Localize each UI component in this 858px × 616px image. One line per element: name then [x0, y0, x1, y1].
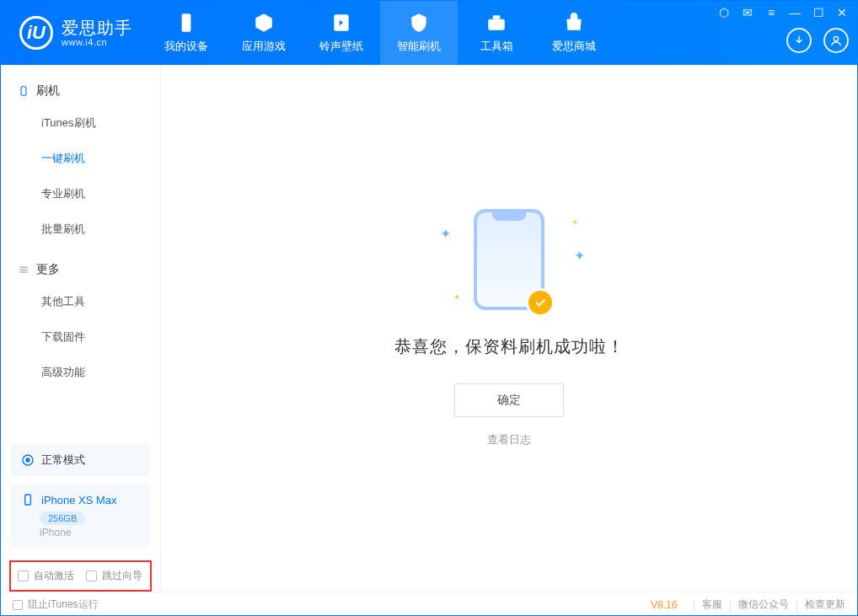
device-card[interactable]: iPhone XS Max 256GB iPhone	[11, 485, 150, 547]
sidebar-section-more: 更多	[1, 255, 160, 284]
menu-icon[interactable]: ≡	[764, 6, 778, 19]
ok-button[interactable]: 确定	[454, 383, 564, 417]
success-illustration: ✦✦ ✦✦	[474, 209, 544, 310]
download-icon[interactable]	[786, 28, 812, 53]
logo-icon: iU	[19, 16, 53, 50]
window-controls: ⬡ ✉ ≡ — ☐ ✕	[717, 6, 849, 19]
app-title: 爱思助手	[62, 19, 132, 37]
device-type: iPhone	[40, 527, 140, 538]
feedback-icon[interactable]: ✉	[741, 6, 754, 19]
sidebar-item-advanced[interactable]: 高级功能	[1, 355, 160, 390]
checkbox-icon	[13, 600, 23, 610]
tab-label: 我的设备	[164, 39, 208, 54]
sidebar-item-itunes-flash[interactable]: iTunes刷机	[1, 105, 160, 141]
tab-smart-flash[interactable]: 智能刷机	[380, 1, 458, 65]
svg-point-4	[834, 36, 838, 40]
tab-apps-games[interactable]: 应用游戏	[225, 1, 303, 65]
tab-label: 应用游戏	[242, 39, 286, 54]
mode-card[interactable]: 正常模式	[11, 444, 150, 476]
checkbox-auto-activate[interactable]: 自动激活	[18, 569, 74, 583]
tab-label: 铃声壁纸	[319, 39, 363, 54]
device-name: iPhone XS Max	[41, 494, 117, 506]
checkbox-skip-guide[interactable]: 跳过向导	[86, 569, 142, 583]
sidebar-item-download-firmware[interactable]: 下载固件	[1, 319, 160, 355]
sidebar-item-other-tools[interactable]: 其他工具	[1, 284, 160, 319]
close-icon[interactable]: ✕	[835, 6, 849, 19]
minimize-icon[interactable]: —	[788, 6, 802, 19]
maximize-icon[interactable]: ☐	[812, 6, 825, 19]
tab-label: 智能刷机	[397, 39, 441, 54]
device-storage: 256GB	[40, 512, 85, 525]
checkbox-block-itunes[interactable]: 阻止iTunes运行	[13, 597, 99, 612]
flash-options-highlight: 自动激活 跳过向导	[9, 560, 152, 592]
svg-rect-3	[493, 15, 501, 19]
tab-ringtone-wallpaper[interactable]: 铃声壁纸	[303, 1, 380, 65]
check-icon	[526, 288, 555, 317]
svg-rect-11	[25, 495, 31, 505]
logo: iU 爱思助手 www.i4.cn	[1, 1, 147, 65]
tab-toolbox[interactable]: 工具箱	[458, 1, 535, 65]
skin-icon[interactable]: ⬡	[717, 6, 731, 19]
success-message: 恭喜您，保资料刷机成功啦！	[394, 335, 625, 358]
tab-my-device[interactable]: 我的设备	[147, 1, 225, 65]
svg-point-10	[26, 458, 29, 462]
app-header: iU 爱思助手 www.i4.cn 我的设备 应用游戏 铃声壁纸 智能刷机 工具…	[1, 1, 857, 65]
checkbox-icon	[18, 570, 29, 581]
sidebar-item-pro-flash[interactable]: 专业刷机	[1, 176, 160, 212]
view-log-link[interactable]: 查看日志	[487, 432, 531, 447]
main-content: ✦✦ ✦✦ 恭喜您，保资料刷机成功啦！ 确定 查看日志	[161, 65, 857, 592]
update-link[interactable]: 检查更新	[805, 597, 845, 612]
support-link[interactable]: 客服	[702, 597, 722, 612]
header-actions	[786, 28, 849, 53]
mode-label: 正常模式	[41, 453, 85, 468]
app-subtitle: www.i4.cn	[62, 37, 132, 47]
status-bar: 阻止iTunes运行 V8.16 | 客服 | 微信公众号 | 检查更新	[1, 592, 857, 616]
svg-rect-5	[21, 87, 26, 96]
tab-label: 爱思商城	[552, 39, 596, 54]
wechat-link[interactable]: 微信公众号	[738, 597, 789, 612]
svg-rect-2	[488, 19, 505, 30]
version-label: V8.16	[651, 599, 677, 611]
sidebar-item-oneclick-flash[interactable]: 一键刷机	[1, 141, 160, 176]
tab-store[interactable]: 爱思商城	[535, 1, 613, 65]
sidebar-section-flash: 刷机	[1, 77, 160, 105]
sidebar-item-batch-flash[interactable]: 批量刷机	[1, 212, 160, 247]
checkbox-icon	[86, 570, 97, 581]
tab-label: 工具箱	[480, 39, 513, 54]
sidebar: 刷机 iTunes刷机 一键刷机 专业刷机 批量刷机 更多 其他工具 下载固件 …	[1, 65, 161, 592]
user-icon[interactable]	[823, 28, 849, 53]
svg-rect-0	[182, 13, 191, 32]
